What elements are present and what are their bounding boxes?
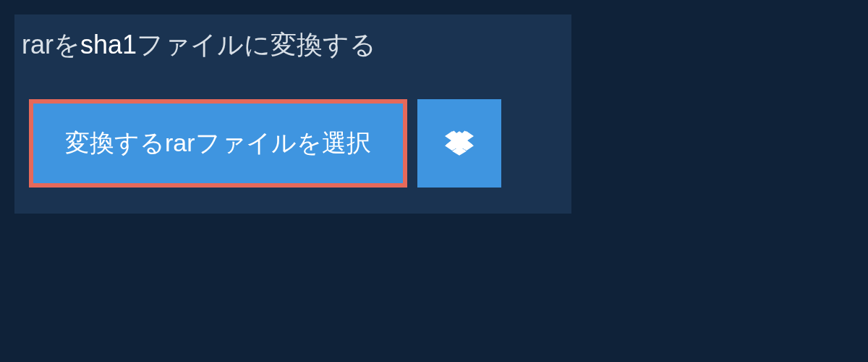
dropbox-icon xyxy=(445,129,474,158)
select-file-button[interactable]: 変換するrarファイルを選択 xyxy=(33,104,403,183)
title-suffix: ファイルに変換する xyxy=(137,30,376,59)
button-row: 変換するrarファイルを選択 xyxy=(14,76,571,214)
title-prefix: rar xyxy=(22,30,54,59)
select-button-wrapper: 変換するrarファイルを選択 xyxy=(29,99,407,188)
title-wrapper: rarをsha1ファイルに変換する xyxy=(14,14,405,76)
select-file-label: 変換するrarファイルを選択 xyxy=(65,129,371,156)
converter-panel: rarをsha1ファイルに変換する 変換するrarファイルを選択 xyxy=(14,14,571,214)
title-highlight: sha1 xyxy=(80,30,137,59)
title-middle: を xyxy=(54,30,80,59)
page-title: rarをsha1ファイルに変換する xyxy=(14,14,383,76)
dropbox-button[interactable] xyxy=(417,99,501,188)
